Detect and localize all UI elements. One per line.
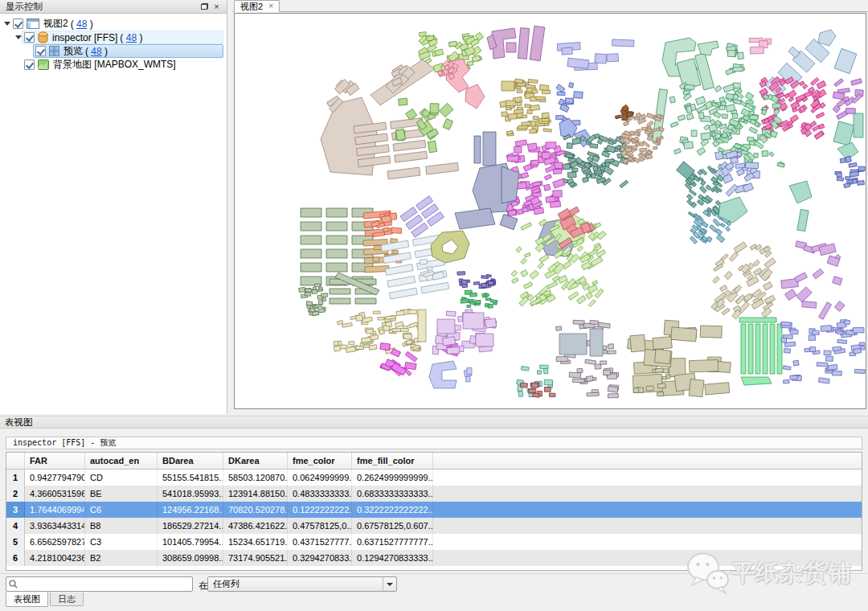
building[interactable]: [722, 308, 730, 315]
building[interactable]: [521, 258, 526, 264]
building[interactable]: [588, 300, 596, 307]
building[interactable]: [686, 194, 693, 200]
building[interactable]: [381, 215, 391, 223]
building[interactable]: [764, 258, 776, 269]
map-cluster-44[interactable]: [835, 156, 865, 188]
tree-item-preview[interactable]: 预览 ( 48 ): [0, 44, 227, 58]
building[interactable]: [790, 330, 798, 334]
table-cell[interactable]: 101405.79954...: [158, 534, 223, 550]
building[interactable]: [770, 324, 775, 374]
building[interactable]: [844, 320, 850, 325]
building[interactable]: [645, 130, 650, 133]
building[interactable]: [691, 130, 697, 137]
building[interactable]: [607, 54, 619, 62]
building[interactable]: [563, 261, 571, 269]
building[interactable]: [689, 379, 704, 396]
building[interactable]: [713, 277, 720, 284]
table-cell[interactable]: 0.3222222222222...: [352, 502, 433, 518]
building[interactable]: [781, 322, 791, 326]
building[interactable]: [349, 341, 354, 344]
row-number[interactable]: 5: [6, 534, 25, 550]
map-cluster-36[interactable]: [628, 320, 731, 396]
building[interactable]: [543, 129, 551, 132]
building[interactable]: [834, 79, 844, 87]
building[interactable]: [653, 146, 657, 150]
building[interactable]: [524, 252, 530, 257]
table-cell[interactable]: 186529.27214...: [158, 518, 223, 534]
tab-table-view[interactable]: 表视图: [6, 592, 48, 607]
building[interactable]: [590, 329, 603, 356]
building[interactable]: [556, 84, 565, 92]
table-cell[interactable]: 0.0624999999...: [288, 470, 352, 486]
building[interactable]: [511, 201, 518, 206]
expand-arrow-icon[interactable]: [4, 22, 10, 26]
building[interactable]: [522, 208, 528, 212]
map-cluster-18[interactable]: [461, 290, 497, 308]
table-cell[interactable]: 1.7644069994...: [25, 502, 85, 518]
panel-float-button[interactable]: [199, 2, 211, 12]
building[interactable]: [790, 375, 797, 379]
building[interactable]: [506, 43, 516, 52]
building[interactable]: [769, 152, 774, 157]
building[interactable]: [321, 293, 328, 297]
building[interactable]: [727, 50, 735, 56]
column-header-fme_fill_color[interactable]: fme_fill_color: [352, 453, 433, 469]
map-cluster-1[interactable]: [321, 59, 459, 179]
building[interactable]: [395, 322, 403, 328]
map-cluster-9[interactable]: [765, 30, 857, 97]
building[interactable]: [533, 116, 538, 119]
building[interactable]: [735, 163, 745, 169]
building[interactable]: [800, 81, 805, 86]
table-cell[interactable]: 0.67578125,0.607...: [352, 518, 433, 534]
building[interactable]: [784, 342, 795, 347]
building[interactable]: [337, 320, 342, 324]
building[interactable]: [641, 114, 645, 119]
building[interactable]: [305, 289, 312, 292]
building[interactable]: [521, 223, 532, 230]
map-cluster-27[interactable]: [432, 310, 497, 355]
table-cell[interactable]: 47386.421622...: [223, 518, 288, 534]
building[interactable]: [490, 299, 497, 302]
building[interactable]: [586, 292, 593, 298]
building[interactable]: [310, 308, 315, 312]
building[interactable]: [640, 148, 647, 152]
building-row-group[interactable]: [741, 324, 782, 374]
map-cluster-3[interactable]: [487, 26, 545, 60]
building[interactable]: [313, 311, 319, 316]
building[interactable]: [355, 298, 376, 304]
building[interactable]: [818, 378, 829, 383]
building[interactable]: [485, 293, 489, 296]
building[interactable]: [739, 301, 750, 313]
building[interactable]: [684, 141, 694, 149]
building[interactable]: [518, 391, 523, 396]
building[interactable]: [514, 146, 522, 153]
building[interactable]: [623, 121, 628, 126]
building[interactable]: [714, 85, 722, 92]
building[interactable]: [508, 113, 517, 119]
building[interactable]: [525, 105, 531, 108]
building[interactable]: [528, 79, 538, 83]
building[interactable]: [443, 119, 452, 130]
building[interactable]: [612, 39, 634, 47]
building[interactable]: [739, 318, 776, 322]
table-cell[interactable]: C6: [85, 502, 158, 518]
dropdown-arrow-box[interactable]: [383, 577, 396, 591]
building[interactable]: [567, 172, 576, 178]
tree-item-view2[interactable]: 视图2 ( 48 ): [0, 17, 227, 31]
building[interactable]: [655, 368, 663, 373]
building[interactable]: [850, 171, 858, 177]
building[interactable]: [527, 143, 537, 151]
building[interactable]: [689, 359, 718, 371]
building[interactable]: [395, 151, 428, 162]
building[interactable]: [506, 100, 515, 106]
building[interactable]: [797, 209, 809, 231]
count-link[interactable]: 48: [126, 32, 137, 43]
building[interactable]: [313, 288, 316, 290]
building[interactable]: [516, 247, 522, 252]
building[interactable]: [854, 113, 863, 137]
table-cell[interactable]: 541018.95993...: [158, 486, 223, 502]
building[interactable]: [833, 92, 845, 100]
building[interactable]: [750, 115, 758, 120]
building[interactable]: [720, 285, 727, 292]
building[interactable]: [686, 113, 694, 120]
